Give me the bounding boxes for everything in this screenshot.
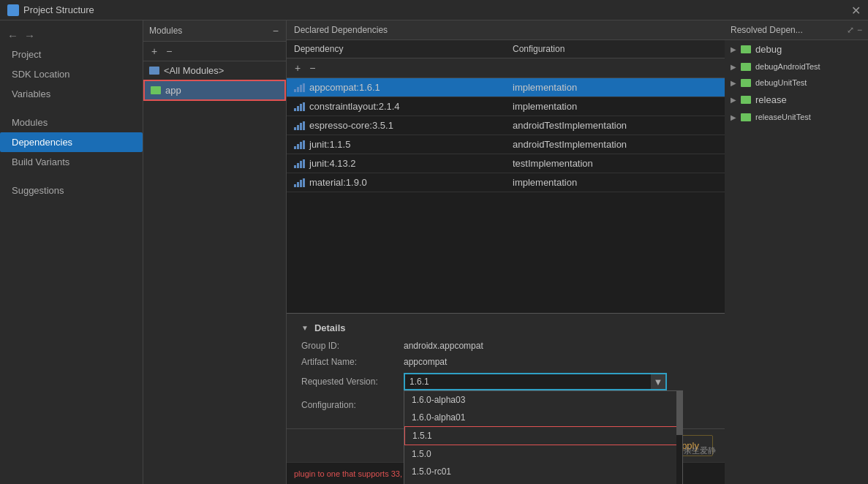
dep-row-constraintlayout[interactable]: constraintlayout:2.1.4 implementation bbox=[287, 97, 725, 116]
sidebar-item-modules[interactable]: Modules bbox=[0, 113, 143, 132]
version-dropdown-list: 1.6.0-alpha03 1.6.0-alpha01 1.5.1 1.5.0 … bbox=[404, 390, 683, 484]
version-option-alpha01[interactable]: 1.6.0-alpha01 bbox=[404, 409, 682, 426]
module-item-all[interactable]: <All Modules> bbox=[143, 61, 286, 80]
resolved-release-folder-icon bbox=[741, 96, 751, 104]
dep-remove-button[interactable]: − bbox=[307, 61, 317, 75]
details-title: Details bbox=[314, 322, 346, 333]
modules-toolbar: + − bbox=[143, 42, 286, 61]
dep-bar-icon-appcompat bbox=[294, 83, 305, 92]
resolved-releaseunittest-folder-icon bbox=[741, 113, 751, 121]
resolved-item-debugunittest[interactable]: ▶ debugUnitTest bbox=[725, 75, 868, 91]
window-title: Project Structure bbox=[23, 4, 94, 15]
sidebar-item-dependencies[interactable]: Dependencies bbox=[0, 132, 143, 152]
dep-col-dep-header: Dependency bbox=[287, 40, 505, 58]
version-option-alpha03[interactable]: 1.6.0-alpha03 bbox=[404, 391, 682, 409]
resolved-minimize-icon[interactable]: − bbox=[857, 25, 862, 35]
resolved-debug-folder-icon bbox=[741, 45, 751, 53]
dep-row-junit413-dep: junit:4.13.2 bbox=[287, 154, 505, 173]
dep-column-headers: Dependency Configuration bbox=[287, 40, 725, 58]
resolved-releaseunittest-label: releaseUnitTest bbox=[755, 113, 811, 121]
dep-row-junit115-conf: androidTestImplementation bbox=[505, 135, 725, 154]
dep-bar-icon-espresso bbox=[294, 121, 305, 130]
resolved-panel-actions: ⤢ − bbox=[847, 25, 862, 35]
dep-row-material-dep: material:1.9.0 bbox=[287, 173, 505, 192]
resolved-item-releaseunittest[interactable]: ▶ releaseUnitTest bbox=[725, 109, 868, 125]
dep-row-constraintlayout-dep: constraintlayout:2.1.4 bbox=[287, 97, 505, 116]
modules-remove-button[interactable]: − bbox=[164, 45, 174, 58]
version-scrollbar[interactable] bbox=[676, 391, 682, 484]
details-expand-icon[interactable]: ▼ bbox=[301, 324, 309, 332]
dep-label-junit413: junit:4.13.2 bbox=[309, 158, 356, 169]
close-button[interactable]: ✕ bbox=[851, 3, 861, 17]
module-item-app[interactable]: app bbox=[143, 80, 286, 101]
dep-add-button[interactable]: + bbox=[293, 61, 303, 75]
forward-icon[interactable]: → bbox=[24, 29, 35, 42]
dep-row-junit413[interactable]: junit:4.13.2 testImplementation bbox=[287, 154, 725, 173]
version-option-150[interactable]: 1.5.0 bbox=[404, 445, 682, 463]
resolved-debugunittest-chevron: ▶ bbox=[731, 79, 736, 87]
modules-collapse-button[interactable]: − bbox=[271, 25, 280, 37]
resolved-release-chevron: ▶ bbox=[731, 96, 736, 104]
resolved-item-debug[interactable]: ▶ debug bbox=[725, 40, 868, 58]
resolved-item-release[interactable]: ▶ release bbox=[725, 91, 868, 109]
dep-row-espresso-conf: androidTestImplementation bbox=[505, 116, 725, 135]
sidebar-item-sdk-location[interactable]: SDK Location bbox=[0, 64, 143, 84]
dep-row-espresso[interactable]: espresso-core:3.5.1 androidTestImplement… bbox=[287, 116, 725, 135]
dep-row-constraintlayout-conf: implementation bbox=[505, 97, 725, 116]
dep-rows: appcompat:1.6.1 implementation constrain… bbox=[287, 78, 725, 313]
details-configuration-label: Configuration: bbox=[301, 400, 404, 410]
dep-bar-icon-constraint bbox=[294, 102, 305, 111]
top-panels: Modules − + − <All Modules> app bbox=[143, 20, 868, 484]
version-input[interactable] bbox=[404, 373, 667, 390]
dep-label-espresso: espresso-core:3.5.1 bbox=[309, 120, 393, 131]
details-version-label: Requested Version: bbox=[301, 377, 404, 387]
sidebar-back[interactable]: ← → bbox=[0, 26, 143, 45]
details-group-id-row: Group ID: androidx.appcompat bbox=[301, 341, 710, 351]
modules-panel-header: Modules − bbox=[143, 20, 286, 42]
version-option-rc01[interactable]: 1.5.0-rc01 bbox=[404, 463, 682, 480]
sidebar-item-suggestions[interactable]: Suggestions bbox=[0, 181, 143, 200]
app-folder-icon bbox=[151, 86, 161, 94]
dep-row-espresso-dep: espresso-core:3.5.1 bbox=[287, 116, 505, 135]
modules-panel-title: Modules bbox=[149, 26, 182, 36]
dep-row-junit115[interactable]: junit:1.1.5 androidTestImplementation bbox=[287, 135, 725, 154]
dep-col-conf-header: Configuration bbox=[505, 40, 725, 58]
resolved-expand-icon[interactable]: ⤢ bbox=[847, 25, 854, 35]
sidebar-item-variables[interactable]: Variables bbox=[0, 84, 143, 104]
version-dropdown-container: ▼ 1.6.0-alpha03 1.6.0-alpha01 1.5.1 1.5.… bbox=[404, 373, 667, 390]
dep-label-junit115: junit:1.1.5 bbox=[309, 139, 350, 150]
version-dropdown-arrow[interactable]: ▼ bbox=[651, 373, 667, 390]
sidebar-item-project[interactable]: Project bbox=[0, 45, 143, 64]
version-option-beta01[interactable]: 1.5.0-beta01 bbox=[404, 480, 682, 484]
resolved-debug-label: debug bbox=[755, 44, 782, 55]
resolved-item-debugandroidtest[interactable]: ▶ debugAndroidTest bbox=[725, 58, 868, 75]
modules-panel: Modules − + − <All Modules> app bbox=[143, 20, 287, 484]
dep-table-header: Declared Dependencies bbox=[287, 20, 725, 40]
back-icon[interactable]: ← bbox=[7, 29, 18, 42]
dep-bar-icon-material bbox=[294, 178, 305, 187]
details-artifact-value: appcompat bbox=[404, 357, 447, 367]
sidebar-nav: ← → Project SDK Location Variables Modul… bbox=[0, 20, 143, 206]
dep-row-material-conf: implementation bbox=[505, 173, 725, 192]
dep-row-appcompat-conf: implementation bbox=[505, 78, 725, 97]
dep-bar-icon-junit115 bbox=[294, 140, 305, 149]
dep-row-appcompat[interactable]: appcompat:1.6.1 implementation bbox=[287, 78, 725, 97]
dep-label-constraintlayout: constraintlayout:2.1.4 bbox=[309, 101, 400, 112]
version-option-151[interactable]: 1.5.1 bbox=[404, 426, 682, 445]
sidebar: ← → Project SDK Location Variables Modul… bbox=[0, 20, 143, 484]
dep-label-appcompat: appcompat:1.6.1 bbox=[309, 82, 380, 93]
sidebar-item-build-variants[interactable]: Build Variants bbox=[0, 152, 143, 172]
details-version-row: Requested Version: ▼ 1.6.0-alpha03 1.6.0… bbox=[301, 373, 710, 390]
details-group-id-label: Group ID: bbox=[301, 341, 404, 351]
declared-deps-title: Declared Dependencies bbox=[294, 25, 388, 35]
resolved-debugunittest-folder-icon bbox=[741, 79, 751, 87]
resolved-debugandroidtest-label: debugAndroidTest bbox=[755, 62, 820, 71]
dep-row-appcompat-dep: appcompat:1.6.1 bbox=[287, 78, 505, 97]
modules-add-button[interactable]: + bbox=[149, 45, 159, 58]
module-item-app-label: app bbox=[165, 85, 181, 96]
dep-row-junit413-conf: testImplementation bbox=[505, 154, 725, 173]
resolved-panel: Resolved Depen... ⤢ − ▶ debug ▶ debugAnd… bbox=[725, 20, 868, 484]
dep-row-material[interactable]: material:1.9.0 implementation bbox=[287, 173, 725, 192]
version-scrollbar-thumb bbox=[676, 391, 682, 435]
resolved-debugunittest-label: debugUnitTest bbox=[755, 78, 807, 87]
